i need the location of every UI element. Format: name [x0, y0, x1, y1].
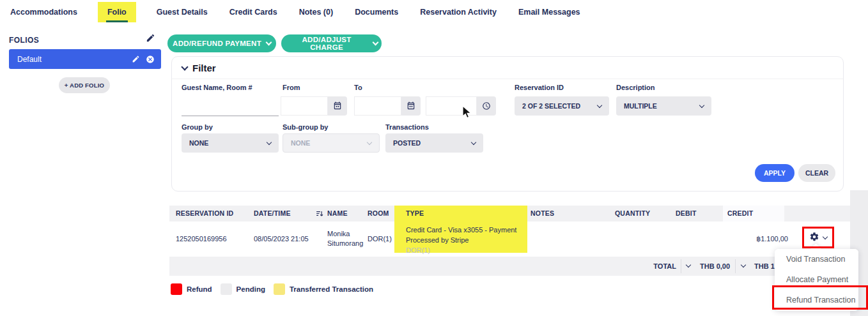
reservation-id-value: 2 OF 2 SELECTED: [522, 102, 580, 110]
reservation-id-select[interactable]: 2 OF 2 SELECTED: [515, 96, 609, 116]
currency-chevron-icon[interactable]: [686, 262, 691, 267]
chevron-down-icon: [266, 40, 272, 46]
sub-group-by-label: Sub-group by: [283, 123, 329, 131]
reservation-id-label: Reservation ID: [515, 84, 564, 91]
group-by-value: NONE: [189, 139, 208, 147]
folios-title: FOLIOS: [9, 36, 39, 45]
chevron-down-icon: [267, 139, 272, 144]
menu-item-void-transaction[interactable]: Void Transaction: [775, 249, 858, 269]
pending-swatch: [221, 283, 232, 295]
row-type-subtext: DOR(1): [406, 245, 531, 255]
transactions-label: Transactions: [385, 123, 429, 131]
calendar-icon[interactable]: [328, 96, 347, 116]
filter-panel: Filter Guest Name, Room # From To Reserv…: [171, 56, 844, 192]
add-folio-button[interactable]: + ADD FOLIO: [59, 77, 110, 93]
tab-notes[interactable]: Notes (0): [298, 2, 334, 22]
legend-label: Refund: [187, 285, 212, 293]
legend: Refund Pending Transferred Transaction: [171, 283, 373, 295]
calendar-icon[interactable]: [401, 96, 421, 116]
group-by-label: Group by: [182, 123, 213, 131]
folio-page: Accommodations Folio Guest Details Credi…: [0, 0, 868, 316]
total-row: TOTAL THB 0,00 THB 1.100,00: [169, 257, 850, 276]
tab-bar: Accommodations Folio Guest Details Credi…: [9, 0, 582, 24]
tab-guest-details[interactable]: Guest Details: [155, 2, 209, 22]
col-credit[interactable]: CREDIT: [727, 206, 753, 222]
row-type-text: Credit Card - Visa x3055 - Payment Proce…: [406, 225, 531, 245]
clear-button[interactable]: CLEAR: [798, 164, 835, 182]
filter-header-toggle[interactable]: Filter: [182, 63, 216, 73]
menu-item-allocate-payment[interactable]: Allocate Payment: [775, 269, 858, 290]
transactions-select[interactable]: POSTED: [385, 133, 483, 153]
col-reservation-id[interactable]: RESERVATION ID: [176, 206, 233, 222]
row-actions-button[interactable]: [807, 230, 830, 246]
tab-reservation-activity[interactable]: Reservation Activity: [419, 2, 498, 22]
apply-button[interactable]: APPLY: [755, 164, 794, 182]
currency-chevron-icon[interactable]: [741, 262, 746, 267]
clock-icon[interactable]: [477, 96, 496, 116]
chevron-down-icon: [471, 139, 476, 144]
col-type[interactable]: TYPE: [406, 206, 424, 222]
tab-folio[interactable]: Folio: [98, 2, 136, 22]
folio-item-label: Default: [17, 55, 42, 64]
add-refund-payment-label: ADD/REFUND PAYMENT: [173, 40, 261, 47]
from-date-field[interactable]: [281, 96, 347, 116]
divider: [735, 259, 736, 273]
folio-item-default[interactable]: Default: [9, 49, 161, 69]
menu-item-refund-transaction[interactable]: Refund Transaction: [775, 290, 858, 310]
active-tab-indicator: [106, 20, 128, 22]
row-type: Credit Card - Visa x3055 - Payment Proce…: [406, 225, 531, 255]
filter-title: Filter: [192, 63, 216, 73]
table-row[interactable]: 1252050169956 08/05/2023 21:05 Monika Si…: [169, 222, 850, 257]
divider: [172, 79, 843, 79]
delete-folio-icon[interactable]: [146, 55, 155, 64]
add-adjust-charge-button[interactable]: ADD/ADJUST CHARGE: [281, 34, 382, 52]
table-header: RESERVATION ID DATE/TIME NAME ROOM TYPE …: [169, 206, 850, 222]
edit-folios-pencil-icon[interactable]: [146, 33, 156, 43]
gear-icon: [809, 232, 819, 244]
legend-item-pending: Pending: [221, 283, 265, 295]
time-field[interactable]: [426, 96, 496, 116]
add-refund-payment-button[interactable]: ADD/REFUND PAYMENT: [167, 34, 276, 52]
chevron-down-icon: [699, 102, 704, 107]
guest-name-label: Guest Name, Room #: [182, 84, 252, 91]
from-label: From: [283, 84, 300, 91]
col-name[interactable]: NAME: [327, 206, 348, 222]
group-by-select[interactable]: NONE: [182, 133, 279, 153]
row-name: Monika Situmorang: [327, 229, 367, 248]
total-label: TOTAL: [617, 257, 676, 276]
description-label: Description: [616, 84, 655, 91]
row-actions-menu: Void Transaction Allocate Payment Refund…: [775, 249, 858, 311]
refund-swatch: [171, 283, 182, 295]
collapse-chevron-icon: [181, 63, 188, 70]
transferred-swatch: [274, 283, 285, 295]
legend-label: Transferred Transaction: [290, 285, 373, 293]
sub-group-by-value: NONE: [291, 139, 310, 147]
row-room: DOR(1): [368, 222, 392, 257]
legend-label: Pending: [236, 285, 265, 293]
sort-icon[interactable]: [315, 209, 323, 219]
col-debit[interactable]: DEBIT: [676, 206, 697, 222]
description-select[interactable]: MULTIPLE: [616, 96, 711, 116]
legend-item-transferred: Transferred Transaction: [274, 283, 373, 295]
chevron-down-icon: [373, 40, 379, 46]
guest-name-input[interactable]: [182, 95, 279, 116]
tab-credit-cards[interactable]: Credit Cards: [228, 2, 279, 22]
col-quantity[interactable]: QUANTITY: [615, 206, 650, 222]
edit-folio-pencil-icon[interactable]: [132, 55, 140, 63]
sub-group-by-select: NONE: [283, 133, 380, 153]
to-date-field[interactable]: [354, 96, 421, 116]
tab-folio-label: Folio: [107, 8, 127, 17]
tab-accommodations[interactable]: Accommodations: [9, 2, 79, 22]
col-room[interactable]: ROOM: [368, 206, 389, 222]
col-notes[interactable]: NOTES: [531, 206, 554, 222]
chevron-down-icon: [823, 234, 828, 239]
tab-email-messages[interactable]: Email Messages: [517, 2, 582, 22]
chevron-down-icon: [597, 102, 602, 107]
col-date-time[interactable]: DATE/TIME: [254, 206, 291, 222]
row-reservation-id: 1252050169956: [176, 222, 227, 257]
description-value: MULTIPLE: [624, 102, 657, 110]
add-adjust-charge-label: ADD/ADJUST CHARGE: [285, 36, 368, 51]
transactions-value: POSTED: [393, 139, 421, 147]
tab-documents[interactable]: Documents: [353, 2, 399, 22]
to-label: To: [354, 84, 362, 91]
